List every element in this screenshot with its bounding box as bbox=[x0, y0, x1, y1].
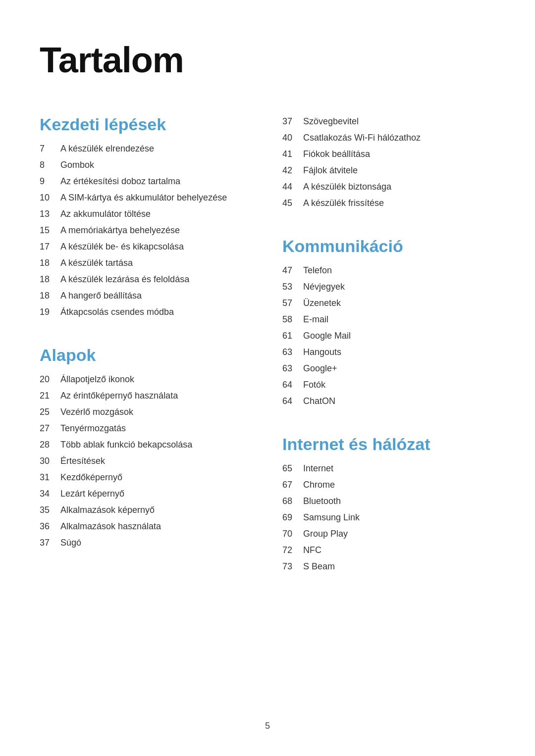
toc-number: 19 bbox=[40, 305, 60, 319]
toc-number: 57 bbox=[282, 297, 303, 310]
toc-number: 27 bbox=[40, 422, 60, 435]
list-item: 31 Kezdőképernyő bbox=[40, 471, 253, 484]
section-kezdeti: Kezdeti lépések 7 A készülék elrendezése… bbox=[40, 115, 253, 322]
left-column: Kezdeti lépések 7 A készülék elrendezése… bbox=[40, 115, 253, 600]
toc-number: 37 bbox=[282, 115, 303, 128]
toc-number: 18 bbox=[40, 289, 60, 302]
toc-list-kommunikacio: 47 Telefon 53 Névjegyek 57 Üzenetek 58 E… bbox=[282, 264, 495, 408]
list-item: 58 E-mail bbox=[282, 313, 495, 326]
toc-text: Chrome bbox=[303, 478, 335, 492]
list-item: 64 Fotók bbox=[282, 378, 495, 392]
toc-text: Fiókok beállítása bbox=[303, 148, 370, 161]
toc-number: 73 bbox=[282, 560, 303, 573]
list-item: 53 Névjegyek bbox=[282, 280, 495, 294]
page-title: Tartalom bbox=[40, 40, 495, 80]
list-item: 28 Több ablak funkció bekapcsolása bbox=[40, 438, 253, 452]
toc-text: Csatlakozás Wi-Fi hálózathoz bbox=[303, 131, 421, 145]
toc-number: 53 bbox=[282, 280, 303, 294]
page-number: 5 bbox=[265, 721, 270, 731]
toc-text: A készülék lezárása és feloldása bbox=[60, 273, 189, 286]
toc-number: 20 bbox=[40, 373, 60, 386]
section-kommunikacio: Kommunikáció 47 Telefon 53 Névjegyek 57 … bbox=[282, 237, 495, 411]
section-title-kommunikacio: Kommunikáció bbox=[282, 237, 495, 256]
list-item: 68 Bluetooth bbox=[282, 495, 495, 508]
toc-text: S Beam bbox=[303, 560, 335, 573]
list-item: 57 Üzenetek bbox=[282, 297, 495, 310]
list-item: 44 A készülék biztonsága bbox=[282, 180, 495, 194]
list-item: 37 Szövegbevitel bbox=[282, 115, 495, 128]
toc-text: Az értékesítési doboz tartalma bbox=[60, 175, 180, 188]
list-item: 10 A SIM-kártya és akkumulátor behelyezé… bbox=[40, 191, 253, 204]
section-internet: Internet és hálózat 65 Internet 67 Chrom… bbox=[282, 435, 495, 576]
toc-text: Google+ bbox=[303, 362, 337, 375]
toc-text: A készülék be- és kikapcsolása bbox=[60, 240, 184, 253]
toc-number: 15 bbox=[40, 224, 60, 237]
toc-number: 28 bbox=[40, 438, 60, 452]
toc-text: Névjegyek bbox=[303, 280, 345, 294]
list-item: 64 ChatON bbox=[282, 395, 495, 408]
toc-number: 47 bbox=[282, 264, 303, 277]
toc-text: Több ablak funkció bekapcsolása bbox=[60, 438, 192, 452]
toc-number: 58 bbox=[282, 313, 303, 326]
toc-number: 41 bbox=[282, 148, 303, 161]
list-item: 36 Alkalmazások használata bbox=[40, 520, 253, 533]
list-item: 9 Az értékesítési doboz tartalma bbox=[40, 175, 253, 188]
toc-text: Az érintőképernyő használata bbox=[60, 389, 178, 403]
toc-text: Szövegbevitel bbox=[303, 115, 359, 128]
toc-number: 64 bbox=[282, 395, 303, 408]
list-item: 20 Állapotjelző ikonok bbox=[40, 373, 253, 386]
toc-number: 63 bbox=[282, 362, 303, 375]
list-item: 35 Alkalmazások képernyő bbox=[40, 504, 253, 517]
toc-text: ChatON bbox=[303, 395, 335, 408]
list-item: 19 Átkapcsolás csendes módba bbox=[40, 305, 253, 319]
toc-text: Group Play bbox=[303, 527, 348, 541]
toc-number: 35 bbox=[40, 504, 60, 517]
section-alapok: Alapok 20 Állapotjelző ikonok 21 Az érin… bbox=[40, 346, 253, 553]
list-item: 18 A készülék tartása bbox=[40, 256, 253, 270]
list-item: 37 Súgó bbox=[40, 536, 253, 550]
list-item: 18 A hangerő beállítása bbox=[40, 289, 253, 302]
toc-number: 9 bbox=[40, 175, 60, 188]
toc-text: Kezdőképernyő bbox=[60, 471, 122, 484]
toc-number: 18 bbox=[40, 256, 60, 270]
toc-number: 8 bbox=[40, 158, 60, 172]
toc-text: Gombok bbox=[60, 158, 94, 172]
list-item: 30 Értesítések bbox=[40, 454, 253, 468]
toc-list-kezdeti: 7 A készülék elrendezése 8 Gombok 9 Az é… bbox=[40, 142, 253, 319]
toc-number: 31 bbox=[40, 471, 60, 484]
toc-number: 69 bbox=[282, 511, 303, 524]
list-item: 65 Internet bbox=[282, 462, 495, 475]
toc-text: Hangouts bbox=[303, 346, 341, 359]
toc-text: Állapotjelző ikonok bbox=[60, 373, 134, 386]
page: Tartalom Kezdeti lépések 7 A készülék el… bbox=[0, 0, 535, 756]
list-item: 13 Az akkumulátor töltése bbox=[40, 207, 253, 221]
toc-text: Samsung Link bbox=[303, 511, 360, 524]
toc-number: 70 bbox=[282, 527, 303, 541]
list-item: 8 Gombok bbox=[40, 158, 253, 172]
toc-text: A készülék biztonsága bbox=[303, 180, 391, 194]
toc-number: 44 bbox=[282, 180, 303, 194]
list-item: 73 S Beam bbox=[282, 560, 495, 573]
toc-number: 61 bbox=[282, 329, 303, 343]
list-item: 18 A készülék lezárása és feloldása bbox=[40, 273, 253, 286]
toc-text: Bluetooth bbox=[303, 495, 341, 508]
toc-text: Google Mail bbox=[303, 329, 351, 343]
toc-text: Tenyérmozgatás bbox=[60, 422, 126, 435]
toc-text: Átkapcsolás csendes módba bbox=[60, 305, 174, 319]
list-item: 15 A memóriakártya behelyezése bbox=[40, 224, 253, 237]
list-item: 45 A készülék frissítése bbox=[282, 197, 495, 210]
list-item: 61 Google Mail bbox=[282, 329, 495, 343]
list-item: 17 A készülék be- és kikapcsolása bbox=[40, 240, 253, 253]
toc-number: 67 bbox=[282, 478, 303, 492]
list-item: 63 Google+ bbox=[282, 362, 495, 375]
toc-text: A készülék frissítése bbox=[303, 197, 384, 210]
toc-number: 65 bbox=[282, 462, 303, 475]
toc-number: 21 bbox=[40, 389, 60, 403]
toc-number: 72 bbox=[282, 544, 303, 557]
toc-list-right-top: 37 Szövegbevitel 40 Csatlakozás Wi-Fi há… bbox=[282, 115, 495, 210]
toc-text: Fotók bbox=[303, 378, 325, 392]
right-column: 37 Szövegbevitel 40 Csatlakozás Wi-Fi há… bbox=[282, 115, 495, 600]
list-item: 34 Lezárt képernyő bbox=[40, 487, 253, 501]
toc-list-alapok: 20 Állapotjelző ikonok 21 Az érintőképer… bbox=[40, 373, 253, 550]
list-item: 42 Fájlok átvitele bbox=[282, 164, 495, 177]
